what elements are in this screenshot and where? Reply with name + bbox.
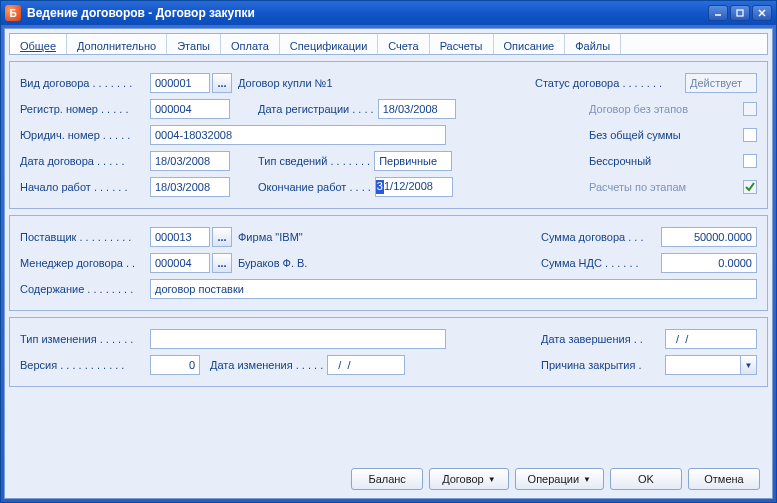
manager-code-input[interactable]: [150, 253, 210, 273]
label-contract-type: Вид договора . . . . . . .: [20, 77, 150, 89]
panel-parties: Поставщик . . . . . . . . . ... Фирма "I…: [9, 215, 768, 311]
label-complete-date: Дата завершения . .: [541, 333, 665, 345]
label-no-stages: Договор без этапов: [589, 103, 739, 115]
balance-button-label: Баланс: [368, 473, 405, 485]
tab-stages[interactable]: Этапы: [167, 34, 221, 54]
work-end-selected-char: 3: [376, 180, 384, 194]
label-reg-number: Регистр. номер . . . . .: [20, 103, 150, 115]
tab-payment[interactable]: Оплата: [221, 34, 280, 54]
label-work-end: Окончание работ . . . .: [258, 181, 371, 193]
close-button[interactable]: [752, 5, 772, 21]
work-end-input[interactable]: 31/12/2008: [375, 177, 453, 197]
change-type-input[interactable]: [150, 329, 446, 349]
label-unlimited: Бессрочный: [589, 155, 739, 167]
label-contract-date: Дата договора . . . . .: [20, 155, 150, 167]
close-reason-input[interactable]: [665, 355, 741, 375]
titlebar: Б Ведение договоров - Договор закупки: [1, 1, 776, 25]
ok-button[interactable]: OK: [610, 468, 682, 490]
vat-sum-input[interactable]: [661, 253, 757, 273]
tab-strip: Общее Дополнительно Этапы Оплата Специфи…: [9, 33, 768, 55]
client-area: Общее Дополнительно Этапы Оплата Специфи…: [4, 28, 773, 499]
tab-description[interactable]: Описание: [494, 34, 566, 54]
manager-name: Бураков Ф. В.: [232, 257, 402, 269]
svg-rect-1: [737, 10, 743, 16]
label-supplier: Поставщик . . . . . . . . .: [20, 231, 150, 243]
label-no-total: Без общей суммы: [589, 129, 739, 141]
window-title: Ведение договоров - Договор закупки: [27, 6, 708, 20]
contract-type-name: Договор купли №1: [232, 77, 402, 89]
label-version: Версия . . . . . . . . . . .: [20, 359, 150, 371]
tab-specs[interactable]: Спецификации: [280, 34, 378, 54]
cancel-button-label: Отмена: [704, 473, 743, 485]
panel-main: Вид договора . . . . . . . ... Договор к…: [9, 61, 768, 209]
reg-number-input[interactable]: [150, 99, 230, 119]
app-icon: Б: [5, 5, 21, 21]
legal-number-input[interactable]: [150, 125, 446, 145]
tab-additional[interactable]: Дополнительно: [67, 34, 167, 54]
window-controls: [708, 5, 772, 21]
main-window: Б Ведение договоров - Договор закупки Об…: [0, 0, 777, 503]
label-legal-number: Юридич. номер . . . . .: [20, 129, 150, 141]
label-close-reason: Причина закрытия .: [541, 359, 665, 371]
label-content: Содержание . . . . . . . .: [20, 283, 150, 295]
contract-type-lookup-button[interactable]: ...: [212, 73, 232, 93]
minimize-button[interactable]: [708, 5, 728, 21]
ok-button-label: OK: [638, 473, 654, 485]
contract-date-input[interactable]: [150, 151, 230, 171]
label-manager: Менеджер договора . .: [20, 257, 150, 269]
balance-button[interactable]: Баланс: [351, 468, 423, 490]
label-change-date: Дата изменения . . . . .: [210, 359, 323, 371]
contract-sum-input[interactable]: [661, 227, 757, 247]
manager-lookup-button[interactable]: ...: [212, 253, 232, 273]
work-start-input[interactable]: [150, 177, 230, 197]
content-input[interactable]: [150, 279, 757, 299]
maximize-button[interactable]: [730, 5, 750, 21]
complete-date-input[interactable]: [665, 329, 757, 349]
label-calc-by-stages: Расчеты по этапам: [589, 181, 739, 193]
supplier-lookup-button[interactable]: ...: [212, 227, 232, 247]
contract-button[interactable]: Договор▼: [429, 468, 508, 490]
label-contract-sum: Сумма договора . . .: [541, 231, 661, 243]
contract-button-label: Договор: [442, 473, 484, 485]
operations-button-label: Операции: [528, 473, 579, 485]
work-end-rest: 1/12/2008: [384, 180, 433, 194]
close-reason-dropdown-button[interactable]: ▼: [741, 355, 757, 375]
supplier-code-input[interactable]: [150, 227, 210, 247]
check-icon: [744, 181, 756, 193]
label-work-start: Начало работ . . . . . .: [20, 181, 150, 193]
reg-date-input[interactable]: [378, 99, 456, 119]
cancel-button[interactable]: Отмена: [688, 468, 760, 490]
change-date-input[interactable]: [327, 355, 405, 375]
calc-by-stages-checkbox: [743, 180, 757, 194]
version-input[interactable]: [150, 355, 200, 375]
tab-calcs[interactable]: Расчеты: [430, 34, 494, 54]
tab-general[interactable]: Общее: [10, 34, 67, 54]
chevron-down-icon: ▼: [488, 475, 496, 484]
panel-changes: Тип изменения . . . . . . Дата завершени…: [9, 317, 768, 387]
no-stages-checkbox: [743, 102, 757, 116]
tab-files[interactable]: Файлы: [565, 34, 621, 54]
no-total-checkbox[interactable]: [743, 128, 757, 142]
label-status: Статус договора . . . . . . .: [535, 77, 685, 89]
label-change-type: Тип изменения . . . . . .: [20, 333, 150, 345]
operations-button[interactable]: Операции▼: [515, 468, 604, 490]
supplier-name: Фирма "IBM": [232, 231, 402, 243]
label-info-type: Тип сведений . . . . . . .: [258, 155, 370, 167]
footer-buttons: Баланс Договор▼ Операции▼ OK Отмена: [9, 460, 768, 494]
label-vat-sum: Сумма НДС . . . . . .: [541, 257, 661, 269]
unlimited-checkbox[interactable]: [743, 154, 757, 168]
contract-type-code-input[interactable]: [150, 73, 210, 93]
chevron-down-icon: ▼: [583, 475, 591, 484]
status-input: [685, 73, 757, 93]
tab-invoices[interactable]: Счета: [378, 34, 429, 54]
label-reg-date: Дата регистрации . . . .: [258, 103, 374, 115]
info-type-input[interactable]: [374, 151, 452, 171]
